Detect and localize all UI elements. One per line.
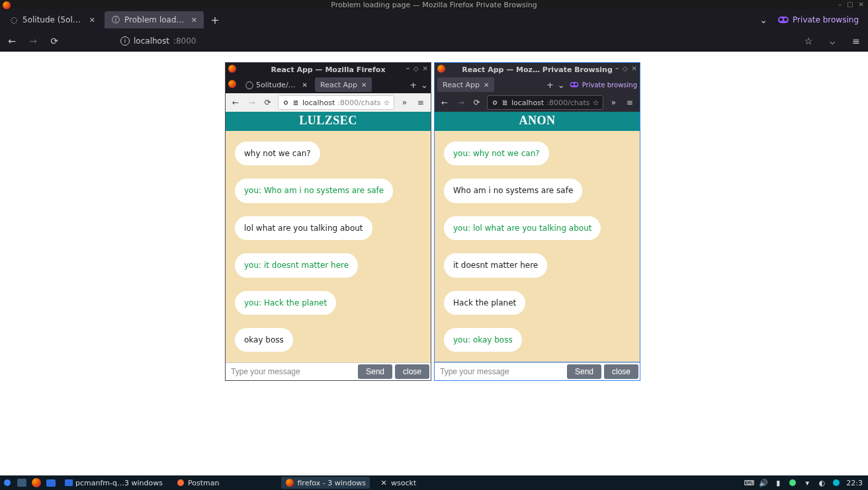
page-content: React App — Mozilla Firefox –◇✕ ◯ 5olitu… [0,52,868,490]
list-tabs-icon[interactable]: ⌄ [558,80,565,90]
taskbar-item-wsockt[interactable]: ✕ wsockt [375,477,420,489]
send-button[interactable]: Send [567,364,601,379]
reload-button[interactable]: ⟳ [471,96,483,109]
tray-icon[interactable]: ▮ [773,478,783,487]
inner-window-right: React App — Moz… Private Browsing –◇✕ Re… [434,62,640,381]
taskbar-item-pcmanfm[interactable]: pcmanfm-q…3 windows [61,477,167,489]
forward-button[interactable]: → [25,33,41,49]
new-tab-button[interactable]: + [206,11,224,28]
list-tabs-icon[interactable]: ⌄ [421,80,428,90]
send-button[interactable]: Send [358,364,392,379]
window-controls[interactable]: – □ ✕ [838,1,864,8]
outer-firefox-window: Problem loading page — Mozilla Firefox P… [0,0,868,490]
inner-toolbar: ← → ⟳ ⭘ 🗎 localhost:8000/chats ☆ » ≡ [226,93,431,112]
window-controls[interactable]: –◇✕ [406,65,428,72]
close-icon[interactable]: ✕ [859,1,864,8]
menu-icon[interactable]: ≡ [415,96,427,109]
private-browsing-text: Private browsing [793,15,859,24]
bookmark-star-icon[interactable]: ☆ [593,99,599,107]
site-info-icon[interactable]: 🗎 [292,99,300,107]
taskbar-item-label: Postman [188,479,219,487]
volume-icon[interactable]: 🔊 [759,478,768,487]
inner-tab-0[interactable]: React App ✕ [437,77,494,92]
shield-icon[interactable]: ⭘ [492,99,499,107]
tab-label: 5olitude/webso [256,81,298,89]
start-menu-icon[interactable] [3,478,12,487]
close-tab-icon[interactable]: ✕ [302,81,308,89]
reload-button[interactable]: ⟳ [262,96,274,109]
site-info-icon[interactable]: 🗎 [501,99,509,107]
new-tab-button[interactable]: + [546,80,554,90]
inner-tab-0[interactable]: ◯ 5olitude/webso ✕ [240,77,313,92]
back-button[interactable]: ← [230,96,241,109]
taskbar-item-postman[interactable]: Postman [172,477,223,489]
keyboard-icon[interactable]: ⌨ [744,478,754,487]
site-info-icon[interactable]: i [120,36,130,46]
shield-icon[interactable]: ⭘ [282,99,290,107]
close-tab-icon[interactable]: ✕ [484,81,489,89]
you-prefix: you: okay boss [453,335,513,345]
chat-bubble: okay boss [235,328,293,352]
bookmark-star-icon[interactable]: ☆ [384,99,390,107]
window-controls[interactable]: –◇✕ [615,65,637,72]
close-button[interactable]: close [604,364,638,379]
inner-tabstrip: React App ✕ + ⌄ Private browsing [435,76,640,93]
close-tab-icon[interactable]: ✕ [89,16,95,24]
chat-bubble: you: it doesnt matter here [235,253,358,277]
overflow-icon[interactable]: » [398,96,410,109]
filemanager-icon[interactable] [46,479,56,487]
inner-titlebar[interactable]: React App — Moz… Private Browsing –◇✕ [435,63,640,76]
close-tab-icon[interactable]: ✕ [361,81,367,89]
pocket-icon[interactable]: ⌵ [824,33,840,49]
mask-icon [778,17,789,23]
close-tab-icon[interactable]: ✕ [191,16,197,24]
taskbar-item-firefox[interactable]: firefox - 3 windows [281,477,370,489]
battery-icon[interactable]: ◐ [817,478,826,487]
address-bar[interactable]: ⭘ 🗎 localhost:8000/chats ☆ [278,95,394,110]
new-tab-button[interactable]: + [410,80,417,90]
chat-title: LULZSEC [226,112,431,131]
firefox-icon [285,478,294,487]
message-input[interactable] [435,363,566,380]
firefox-icon [228,80,236,90]
forward-button[interactable]: → [455,96,466,109]
forward-button[interactable]: → [245,96,257,109]
outer-tab-0[interactable]: ◌ 5olitude (5olitude) / Repo ✕ [3,11,102,28]
reload-button[interactable]: ⟳ [46,33,62,49]
you-prefix: you: lol what are you talking about [453,224,591,233]
outer-tab-1[interactable]: ⓘ Problem loading page ✕ [105,11,204,28]
back-button[interactable]: ← [439,96,451,109]
inner-tab-1[interactable]: React App ✕ [315,77,372,92]
network-icon[interactable]: ▾ [803,478,812,487]
private-browsing-indicator: Private browsing [569,81,637,89]
taskbar-item-label: pcmanfm-q…3 windows [75,479,163,487]
list-tabs-icon[interactable]: ⌄ [756,12,771,28]
chat-bubble: it doesnt matter here [444,253,547,277]
outer-titlebar: Problem loading page — Mozilla Firefox P… [0,0,868,9]
menu-icon[interactable]: ≡ [624,96,636,109]
tray-icon[interactable] [788,478,797,487]
chat-app: LULZSEC why not we can?you: Who am i no … [226,112,431,380]
inner-tabstrip: ◯ 5olitude/webso ✕ React App ✕ + ⌄ [226,76,431,93]
chat-bubble: you: lol what are you talking about [444,216,601,240]
inner-windows-group: React App — Mozilla Firefox –◇✕ ◯ 5olitu… [225,62,640,381]
taskbar-clock[interactable]: 22:3 [846,479,863,487]
message-input[interactable] [226,363,357,380]
inner-titlebar[interactable]: React App — Mozilla Firefox –◇✕ [226,63,431,76]
tab-label: React App [443,81,480,89]
firefox-icon[interactable] [32,478,41,487]
address-bar[interactable]: ⭘ 🗎 localhost:8000/chats ☆ [487,95,603,110]
back-button[interactable]: ← [4,33,20,49]
minimize-icon[interactable]: – [838,1,842,8]
outer-toolbar: ← → ⟳ i localhost:8000 ☆ ⌵ ≡ [0,30,868,52]
menu-icon[interactable]: ≡ [848,33,864,49]
url-host: localhost [134,36,169,46]
close-button[interactable]: close [395,364,429,379]
overflow-icon[interactable]: » [607,96,619,109]
bookmark-star-icon[interactable]: ☆ [801,33,816,49]
maximize-icon[interactable]: □ [847,1,853,8]
inner-window-left: React App — Mozilla Firefox –◇✕ ◯ 5olitu… [225,62,431,381]
address-bar[interactable]: i localhost:8000 [120,36,196,46]
desktop-icon[interactable] [17,479,26,487]
tray-icon[interactable] [832,478,841,487]
